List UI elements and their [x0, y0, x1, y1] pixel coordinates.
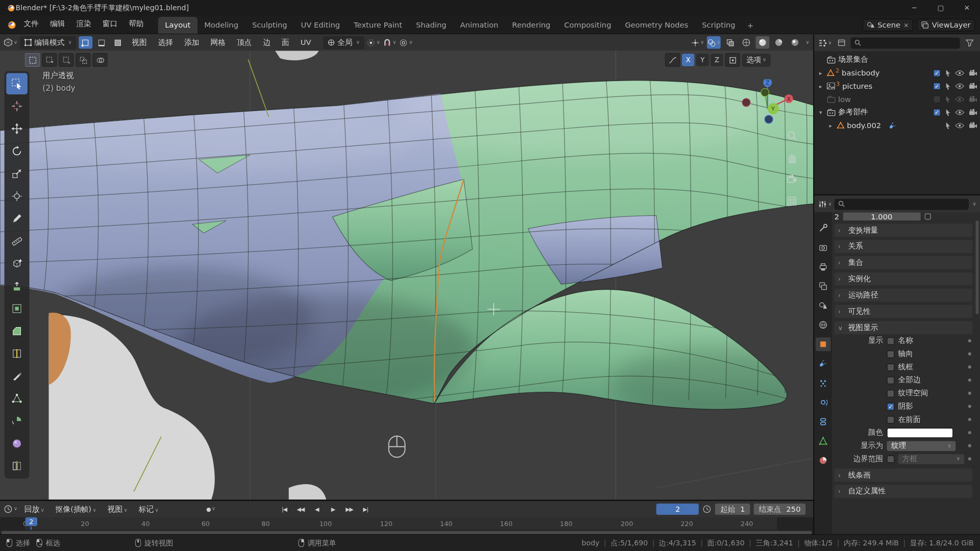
snap-toggle[interactable]: ∨ — [383, 36, 397, 48]
tool-poly-build[interactable] — [6, 388, 28, 409]
panel-instancing[interactable]: ›实例化 — [835, 272, 973, 286]
animate-dot[interactable] — [968, 431, 971, 434]
show-texture-space-checkbox[interactable] — [887, 389, 895, 397]
jump-to-end-button[interactable]: ▶| — [358, 503, 373, 515]
current-frame-field[interactable]: 2 — [656, 504, 699, 515]
tool-spin[interactable] — [6, 410, 28, 432]
zoom-icon[interactable] — [785, 128, 799, 143]
tool-rip-region[interactable] — [6, 456, 28, 477]
tab-uv-editing[interactable]: UV Editing — [294, 17, 347, 34]
tab-physics[interactable] — [816, 395, 830, 409]
properties-editor-dropdown[interactable]: ∨ — [818, 198, 832, 210]
menu-select[interactable]: 选择 — [154, 35, 178, 49]
menu-marker[interactable]: 标记∨ — [134, 502, 163, 516]
tool-rotate[interactable] — [6, 141, 28, 162]
panel-line-art[interactable]: ›线条画 — [835, 468, 973, 482]
pan-hand-icon[interactable] — [785, 150, 799, 165]
bounds-dropdown[interactable]: 方框∨ — [898, 454, 964, 464]
tool-smooth[interactable] — [6, 433, 28, 455]
hide-eye-icon[interactable] — [955, 109, 964, 115]
show-shadow-checkbox[interactable]: ✓ — [887, 403, 895, 410]
tab-constraints[interactable] — [816, 415, 830, 429]
tab-tool[interactable] — [816, 221, 830, 235]
tool-transform[interactable] — [6, 186, 28, 207]
frame-start-field[interactable]: 起始1 — [715, 504, 750, 515]
menu-view[interactable]: 视图 — [128, 35, 152, 49]
menu-face[interactable]: 面 — [278, 35, 294, 49]
animate-dot[interactable] — [968, 418, 971, 421]
selectable-icon[interactable] — [945, 69, 950, 77]
select-extend-button[interactable] — [42, 53, 57, 67]
mirror-x-button[interactable]: X — [682, 54, 694, 66]
render-visibility-icon[interactable] — [969, 95, 977, 102]
menu-mesh[interactable]: 网格 — [206, 35, 230, 49]
show-name-checkbox[interactable] — [887, 337, 895, 345]
tool-cursor-3d[interactable] — [6, 95, 28, 117]
properties-scrollbar[interactable] — [975, 220, 978, 314]
hide-eye-icon[interactable] — [955, 122, 964, 128]
tool-knife[interactable] — [6, 365, 28, 387]
animate-dot[interactable] — [968, 339, 971, 342]
maximize-button[interactable]: ▢ — [927, 0, 953, 16]
outliner-row-basicbody[interactable]: ▸ 2 basicbody ✓ — [815, 66, 980, 80]
display-as-dropdown[interactable]: 纹理∨ — [887, 441, 956, 451]
viewport-canvas[interactable]: X Y Z 选项∨ — [0, 51, 813, 499]
selectable-icon[interactable] — [945, 108, 950, 116]
outliner-row-scene-collection[interactable]: 场景集合 — [815, 53, 980, 66]
properties-filter-dropdown[interactable]: ∨ — [972, 202, 976, 207]
panel-collections[interactable]: ›集合 — [835, 256, 973, 269]
tab-material[interactable] — [816, 454, 830, 467]
menu-playback[interactable]: 回放∨ — [20, 502, 48, 516]
show-all-edges-checkbox[interactable] — [887, 377, 895, 384]
tool-move[interactable] — [6, 118, 28, 139]
playhead[interactable]: 2 — [26, 517, 37, 526]
tab-modeling[interactable]: Modeling — [198, 17, 246, 34]
mirror-y-button[interactable]: Y — [696, 54, 708, 66]
mode-dropdown[interactable]: 编辑模式 ∨ — [20, 36, 76, 49]
show-in-front-checkbox[interactable] — [887, 416, 895, 423]
tool-tweak-select[interactable] — [6, 73, 28, 94]
falloff-icon[interactable] — [665, 53, 680, 67]
hide-eye-icon[interactable] — [955, 83, 964, 89]
tab-scripting[interactable]: Scripting — [695, 17, 742, 34]
selectable-icon[interactable] — [945, 95, 950, 103]
hide-eye-icon[interactable] — [955, 96, 964, 102]
panel-custom-properties[interactable]: ›自定义属性 — [835, 485, 973, 498]
tab-scene[interactable] — [816, 298, 830, 312]
tool-add-cube[interactable] — [6, 253, 28, 274]
animate-dot[interactable] — [968, 457, 971, 460]
object-color-swatch[interactable] — [887, 428, 953, 438]
panel-motion-paths[interactable]: ›运动路径 — [835, 289, 973, 302]
menu-keying[interactable]: 抠像(插帧)∨ — [51, 502, 101, 516]
tab-sculpting[interactable]: Sculpting — [245, 17, 294, 34]
properties-search-input[interactable] — [835, 198, 969, 210]
next-keyframe-button[interactable]: ▶▶ — [342, 503, 357, 515]
menu-vertex[interactable]: 顶点 — [232, 35, 256, 49]
camera-view-icon[interactable] — [785, 172, 799, 187]
jump-to-start-button[interactable]: |◀ — [277, 503, 291, 515]
shading-solid-button[interactable] — [756, 36, 770, 48]
transform-orientation-dropdown[interactable]: 全局 ∨ — [323, 36, 364, 49]
clipped-value-field[interactable]: 1.000 — [843, 212, 920, 220]
menu-window[interactable]: 窗口 — [97, 15, 123, 33]
show-axis-checkbox[interactable] — [887, 350, 895, 358]
decorator-icon[interactable] — [924, 213, 931, 220]
selectable-icon[interactable] — [945, 82, 950, 90]
outliner-row-body-002[interactable]: ▸ body.002 — [815, 119, 980, 132]
shading-rendered-button[interactable] — [788, 36, 802, 48]
animate-dot[interactable] — [968, 365, 971, 368]
play-reverse-button[interactable]: ◀ — [309, 503, 324, 515]
menu-render[interactable]: 渲染 — [70, 15, 96, 33]
mirror-z-button[interactable]: Z — [710, 54, 723, 66]
tool-bevel[interactable] — [6, 320, 28, 342]
tab-output[interactable] — [816, 260, 830, 273]
render-visibility-icon[interactable] — [969, 69, 977, 76]
show-overlays-dropdown[interactable]: ∨ — [707, 36, 721, 48]
collection-checkbox[interactable]: ✓ — [933, 108, 941, 116]
shading-wireframe-button[interactable] — [740, 36, 753, 48]
snap-target-icon[interactable] — [725, 53, 740, 67]
menu-file[interactable]: 文件 — [18, 15, 44, 33]
tool-measure[interactable] — [6, 231, 28, 252]
animate-dot[interactable] — [968, 379, 971, 382]
xray-toggle[interactable] — [723, 36, 737, 48]
